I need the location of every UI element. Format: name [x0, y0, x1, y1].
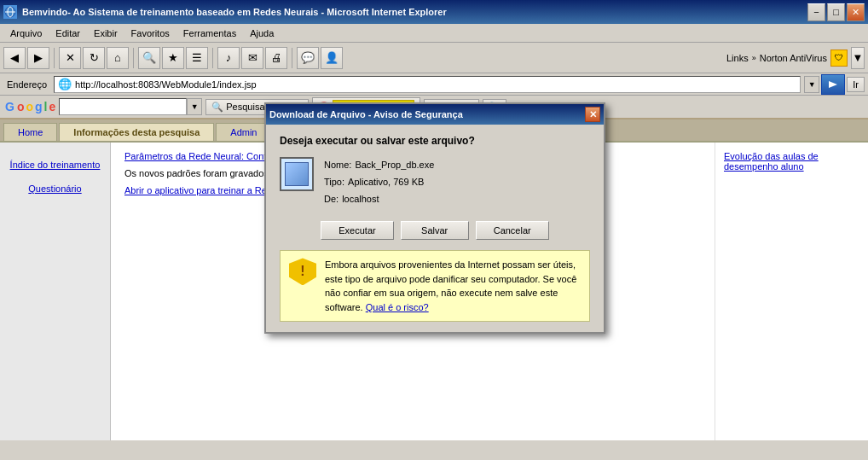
file-type-row: Tipo: Aplicativo, 769 KB	[324, 174, 434, 191]
warning-text: Embora arquivos provenientes da Internet…	[325, 259, 576, 312]
ie-icon	[3, 5, 17, 19]
google-logo-l: l	[44, 100, 48, 114]
from-label: De:	[324, 191, 339, 208]
menu-bar: Arquivo Editar Exibir Favoritos Ferramen…	[0, 24, 868, 43]
dialog-body: Deseja executar ou salvar este arquivo? …	[266, 125, 604, 332]
norton-label: Norton AntiVirus	[760, 53, 827, 63]
address-controls: ▼ Ir	[804, 74, 865, 95]
tab-home-link[interactable]: Home	[18, 127, 43, 137]
back-button[interactable]: ◀	[3, 47, 26, 69]
from-value: localhost	[342, 191, 379, 208]
file-details: Nome: Back_Prop_db.exe Tipo: Aplicativo,…	[324, 157, 434, 207]
links-label: Links	[726, 53, 749, 63]
tab-info-label: Informações desta pesquisa	[73, 127, 200, 137]
address-label: Endereço	[3, 79, 50, 90]
go-button[interactable]	[821, 74, 845, 95]
google-search-input[interactable]	[59, 98, 187, 115]
google-input-area: ▼	[59, 98, 202, 115]
tab-home[interactable]: Home	[3, 123, 57, 141]
stop-button[interactable]: ✕	[59, 47, 81, 69]
norton-icon: 🛡	[830, 49, 848, 67]
dialog-question: Deseja executar ou salvar este arquivo?	[280, 135, 590, 147]
tab-admin[interactable]: Admin	[216, 123, 271, 141]
type-value: Aplicativo, 769 KB	[348, 174, 424, 191]
google-dropdown[interactable]: ▼	[187, 98, 202, 115]
dialog-buttons: Executar Salvar Cancelar	[280, 221, 590, 240]
messenger-button[interactable]: 👤	[321, 47, 343, 69]
warning-text-area: Embora arquivos provenientes da Internet…	[325, 258, 581, 314]
close-button[interactable]: ✕	[847, 3, 865, 21]
file-icon	[280, 157, 314, 191]
home-button[interactable]: ⌂	[107, 47, 129, 69]
maximize-button[interactable]: □	[827, 3, 845, 21]
dialog-file-info: Nome: Back_Prop_db.exe Tipo: Aplicativo,…	[280, 157, 590, 207]
history-button[interactable]: ☰	[186, 47, 208, 69]
type-label: Tipo:	[324, 174, 344, 191]
menu-arquivo[interactable]: Arquivo	[3, 26, 49, 40]
search-button[interactable]: 🔍	[138, 47, 160, 69]
name-label: Nome:	[324, 157, 351, 174]
media-button[interactable]: ♪	[217, 47, 240, 69]
search-icon: 🔍	[211, 102, 223, 113]
execute-button[interactable]: Executar	[321, 221, 393, 240]
dialog-warning: ! Embora arquivos provenientes da Intern…	[280, 250, 590, 322]
toolbar-separator-4	[292, 48, 292, 68]
dialog-title-bar: Download de Arquivo - Aviso de Segurança…	[266, 104, 604, 125]
favorites-button[interactable]: ★	[162, 47, 184, 69]
minimize-button[interactable]: −	[807, 3, 825, 21]
file-from-row: De: localhost	[324, 191, 434, 208]
menu-favoritos[interactable]: Favoritos	[124, 26, 176, 40]
address-input-wrapper: 🌐 http://localhost:8083/WebModule1/index…	[54, 76, 801, 93]
google-logo-o2: o	[26, 100, 33, 114]
dialog-title: Download de Arquivo - Aviso de Segurança	[269, 109, 585, 119]
toolbar-separator-1	[54, 48, 55, 68]
address-dropdown[interactable]: ▼	[804, 76, 819, 93]
save-button[interactable]: Salvar	[401, 221, 469, 240]
tab-info[interactable]: Informações desta pesquisa	[59, 123, 214, 141]
page-icon: 🌐	[58, 78, 72, 90]
address-bar: Endereço 🌐 http://localhost:8083/WebModu…	[0, 73, 868, 96]
shield-shape: !	[289, 258, 316, 285]
app-link[interactable]: Abrir o aplicativo para treinar a Rede	[124, 185, 277, 195]
refresh-button[interactable]: ↻	[83, 47, 105, 69]
menu-exibir[interactable]: Exibir	[87, 26, 124, 40]
google-logo-o: o	[17, 100, 25, 114]
address-url[interactable]: http://localhost:8083/WebModule1/index.j…	[75, 79, 257, 90]
svg-marker-3	[829, 81, 837, 88]
sidebar: Índice do treinamento Questionário	[0, 143, 111, 440]
window-controls: − □ ✕	[807, 3, 865, 21]
toolbar-separator-3	[212, 48, 213, 68]
go-label[interactable]: Ir	[847, 77, 865, 92]
dialog-close-button[interactable]: ✕	[585, 107, 600, 122]
cancel-button[interactable]: Cancelar	[476, 221, 549, 240]
print-button[interactable]: 🖨	[265, 47, 287, 69]
google-logo-g: g	[35, 100, 43, 114]
toolbar-separator-2	[133, 48, 134, 68]
links-chevron-icon: »	[752, 54, 756, 62]
sidebar-link-treinamento[interactable]: Índice do treinamento	[9, 160, 101, 170]
window-title: Bemvindo- Ao Sistema de treinamento base…	[22, 7, 807, 17]
file-icon-inner	[285, 162, 309, 186]
go-arrow-icon	[826, 78, 840, 91]
right-panel: Evolução das aulas de desempenho aluno	[715, 143, 868, 440]
google-logo-e: e	[49, 100, 55, 114]
name-value: Back_Prop_db.exe	[355, 157, 434, 174]
title-bar: Bemvindo- Ao Sistema de treinamento base…	[0, 0, 868, 24]
google-logo: G	[3, 100, 15, 114]
forward-button[interactable]: ▶	[27, 47, 49, 69]
norton-options-button[interactable]: ▼	[851, 47, 865, 69]
discuss-button[interactable]: 💬	[297, 47, 319, 69]
menu-editar[interactable]: Editar	[49, 26, 87, 40]
download-dialog: Download de Arquivo - Aviso de Segurança…	[264, 102, 605, 334]
tab-admin-link[interactable]: Admin	[230, 127, 257, 137]
sidebar-link-questionario[interactable]: Questionário	[9, 183, 101, 194]
mail-button[interactable]: ✉	[241, 47, 263, 69]
menu-ajuda[interactable]: Ajuda	[243, 26, 281, 40]
warning-shield-icon: !	[289, 258, 316, 285]
file-name-row: Nome: Back_Prop_db.exe	[324, 157, 434, 174]
google-search-wrap: G o o g l e	[3, 100, 55, 114]
menu-ferramentas[interactable]: Ferramentas	[176, 26, 243, 40]
performance-link[interactable]: Evolução das aulas de desempenho aluno	[724, 151, 819, 172]
risk-link[interactable]: Qual é o risco?	[366, 302, 429, 312]
toolbar: ◀ ▶ ✕ ↻ ⌂ 🔍 ★ ☰ ♪ ✉ 🖨 💬 👤 Links » Norton…	[0, 43, 868, 73]
